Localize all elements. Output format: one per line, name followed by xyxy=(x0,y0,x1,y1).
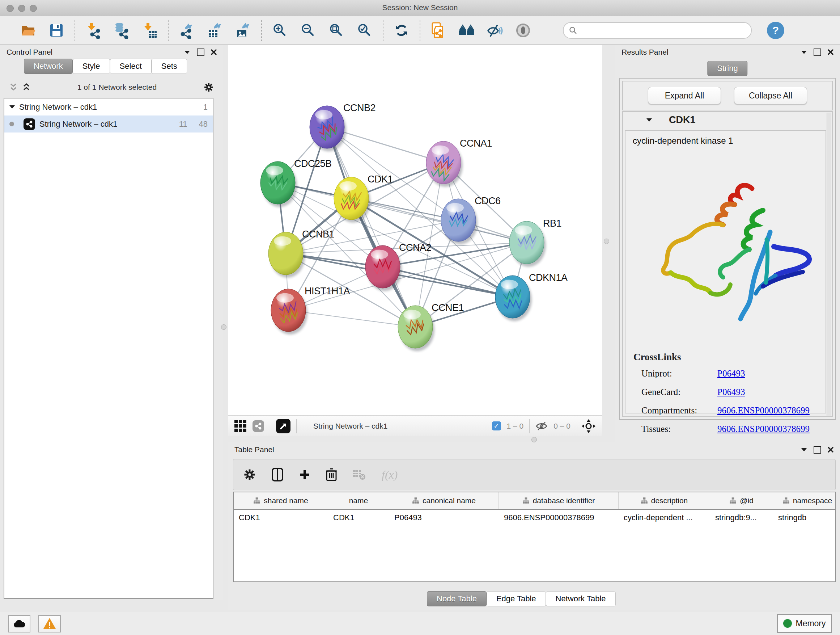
help-button[interactable]: ? xyxy=(767,22,784,39)
column-header-canonical-name[interactable]: canonical name xyxy=(389,492,499,509)
search-input[interactable] xyxy=(580,26,746,35)
panel-close-icon[interactable] xyxy=(828,49,834,55)
string-network-graph[interactable]: CCNB2CCNA1CDC25BCDK1CDC6RB1CCNB1CCNA2CDK… xyxy=(228,45,602,415)
panel-collapse-icon[interactable] xyxy=(801,448,807,452)
column-header-@id[interactable]: @id xyxy=(710,492,773,509)
zoom-fit-icon[interactable] xyxy=(328,22,345,39)
import-table-icon[interactable] xyxy=(141,22,158,39)
selected-checkbox-icon[interactable]: ✓ xyxy=(492,421,501,431)
export-table-icon[interactable] xyxy=(206,22,224,39)
right-splitter-handle[interactable] xyxy=(604,239,609,244)
column-header-namespace[interactable]: namespace xyxy=(773,492,836,509)
node-CCNB2[interactable]: CCNB2 xyxy=(309,103,376,151)
node-CCNB1[interactable]: CCNB1 xyxy=(268,229,334,278)
cloud-button[interactable] xyxy=(8,615,30,632)
column-header-name[interactable]: name xyxy=(328,492,389,509)
add-column-icon[interactable] xyxy=(299,469,310,480)
panel-float-icon[interactable] xyxy=(813,446,821,454)
expander-icon[interactable] xyxy=(9,105,15,109)
string-badge-icon[interactable] xyxy=(253,420,264,432)
open-in-new-window-icon[interactable] xyxy=(276,419,291,433)
show-columns-icon[interactable] xyxy=(272,468,283,481)
edge-CCNA2-CDKN1A[interactable] xyxy=(383,267,513,297)
collapse-all-icon[interactable] xyxy=(9,83,17,92)
node-CCNA2[interactable]: CCNA2 xyxy=(365,242,431,291)
refresh-icon[interactable] xyxy=(393,22,410,39)
node-CDK1[interactable]: CDK1 xyxy=(334,174,393,223)
cell-database-identifier[interactable]: 9606.ENSP00000378699 xyxy=(499,513,619,523)
houses-icon[interactable] xyxy=(458,22,475,39)
function-builder-icon: f(x) xyxy=(382,468,398,481)
node-CDC6[interactable]: CDC6 xyxy=(441,195,501,244)
column-header-description[interactable]: description xyxy=(619,492,710,509)
expander-icon[interactable] xyxy=(646,118,652,122)
save-session-icon[interactable] xyxy=(48,22,65,39)
gear-icon[interactable] xyxy=(243,469,256,481)
panel-close-icon[interactable] xyxy=(828,447,834,453)
edge-CCNB2-CCNE1[interactable] xyxy=(327,127,415,327)
memory-button[interactable]: Memory xyxy=(777,614,832,633)
zoom-in-icon[interactable] xyxy=(271,22,289,39)
node-RB1[interactable]: RB1 xyxy=(509,218,561,267)
birdseye-grid-icon[interactable] xyxy=(234,420,247,432)
clone-network-icon[interactable] xyxy=(430,22,447,39)
gene-header[interactable]: CDK1 xyxy=(623,112,832,128)
tab-style[interactable]: Style xyxy=(73,59,110,74)
cell-@id[interactable]: stringdb:9... xyxy=(710,513,773,523)
tab-string[interactable]: String xyxy=(707,61,747,76)
import-network-from-database-icon[interactable] xyxy=(113,22,130,39)
collapse-all-button[interactable]: Collapse All xyxy=(734,87,807,104)
left-splitter-handle[interactable] xyxy=(221,325,226,330)
expand-collapse-box: Expand All Collapse All xyxy=(622,81,833,111)
crosslink-link[interactable]: 9606.ENSP00000378699 xyxy=(717,424,810,434)
zoom-selected-icon[interactable] xyxy=(356,22,373,39)
tab-select[interactable]: Select xyxy=(110,59,152,74)
panel-float-icon[interactable] xyxy=(813,49,821,56)
warnings-button[interactable] xyxy=(38,615,61,632)
panel-collapse-icon[interactable] xyxy=(801,50,807,54)
node-CCNA1[interactable]: CCNA1 xyxy=(426,138,492,187)
cell-canonical-name[interactable]: P06493 xyxy=(389,513,499,523)
delete-column-icon[interactable] xyxy=(326,468,337,481)
network-collection-row[interactable]: String Network – cdk1 1 xyxy=(4,98,213,116)
node-HIST1H1A[interactable]: HIST1H1A xyxy=(271,286,350,334)
results-scrollbar[interactable] xyxy=(827,112,831,416)
hide-panel-eye-icon[interactable] xyxy=(486,22,504,39)
table-header-row: shared namenamecanonical namedatabase id… xyxy=(234,492,835,510)
node-CCNE1[interactable]: CCNE1 xyxy=(398,302,464,351)
cell-namespace[interactable]: stringdb xyxy=(773,513,836,523)
expand-all-icon[interactable] xyxy=(22,83,30,92)
cell-shared-name[interactable]: CDK1 xyxy=(234,513,328,523)
sphere-eye-icon[interactable] xyxy=(515,22,532,39)
bottom-splitter-handle[interactable] xyxy=(531,437,537,442)
tab-edge-table[interactable]: Edge Table xyxy=(486,591,546,606)
tab-sets[interactable]: Sets xyxy=(152,59,187,74)
panel-collapse-icon[interactable] xyxy=(184,50,190,54)
column-header-shared-name[interactable]: shared name xyxy=(234,492,328,509)
cell-description[interactable]: cyclin-dependent ... xyxy=(619,513,710,523)
crosslink-link[interactable]: P06493 xyxy=(717,369,745,379)
tab-network[interactable]: Network xyxy=(24,59,73,74)
column-header-database-identifier[interactable]: database identifier xyxy=(499,492,619,509)
crosslink-link[interactable]: 9606.ENSP00000378699 xyxy=(717,405,810,416)
cell-name[interactable]: CDK1 xyxy=(328,513,389,523)
panel-float-icon[interactable] xyxy=(197,49,204,56)
zoom-out-icon[interactable] xyxy=(300,22,317,39)
tab-node-table[interactable]: Node Table xyxy=(427,591,486,606)
tab-network-table[interactable]: Network Table xyxy=(546,591,616,606)
network-canvas[interactable]: CCNB2CCNA1CDC25BCDK1CDC6RB1CCNB1CCNA2CDK… xyxy=(228,45,602,415)
node-CDKN1A[interactable]: CDKN1A xyxy=(495,272,568,321)
expand-all-button[interactable]: Expand All xyxy=(648,87,721,104)
pan-crosshair-icon[interactable] xyxy=(581,419,596,433)
crosslink-link[interactable]: P06493 xyxy=(717,387,745,397)
import-network-icon[interactable] xyxy=(85,22,102,39)
gear-icon[interactable] xyxy=(204,82,214,92)
table-row[interactable]: CDK1CDK1P064939606.ENSP00000378699cyclin… xyxy=(234,510,835,526)
node-CDC25B[interactable]: CDC25B xyxy=(261,158,332,207)
export-image-icon[interactable] xyxy=(234,22,252,39)
open-session-icon[interactable] xyxy=(19,22,37,39)
search-box[interactable] xyxy=(563,22,752,39)
network-row[interactable]: String Network – cdk1 11 48 xyxy=(4,116,213,133)
panel-close-icon[interactable] xyxy=(211,49,217,55)
export-network-icon[interactable] xyxy=(178,22,195,39)
